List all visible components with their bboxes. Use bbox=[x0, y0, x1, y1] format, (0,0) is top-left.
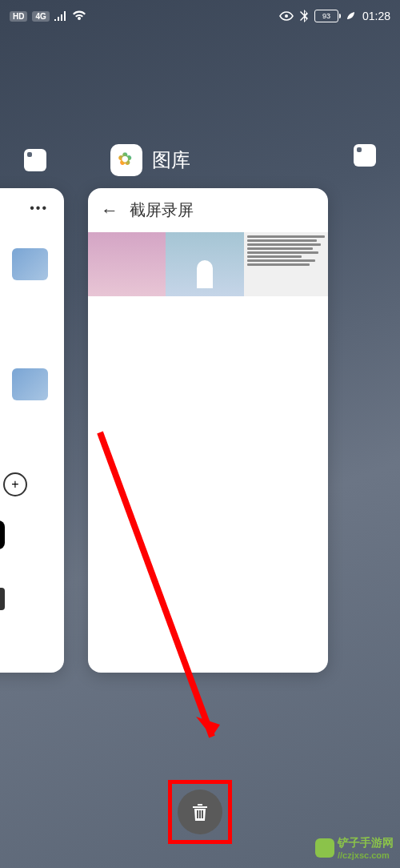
status-bar: HD 4G 93 01:28 bbox=[0, 0, 400, 32]
gallery-tab[interactable]: 图库 bbox=[110, 144, 190, 176]
gallery-header: ← 截屏录屏 bbox=[88, 188, 328, 232]
network-badge: 4G bbox=[32, 11, 49, 22]
watermark-name: 铲子手游网 bbox=[338, 836, 394, 849]
text-line bbox=[247, 247, 314, 250]
watermark: 铲子手游网 //czjxsc.com bbox=[315, 836, 394, 860]
text-line bbox=[247, 243, 321, 246]
eye-icon bbox=[279, 11, 294, 21]
tab-indicator-right[interactable] bbox=[354, 144, 376, 167]
clock-text: 01:28 bbox=[362, 10, 390, 22]
annotation-highlight-box bbox=[168, 780, 232, 844]
leaf-icon bbox=[345, 10, 356, 22]
back-arrow-icon[interactable]: ← bbox=[101, 200, 118, 221]
text-line bbox=[247, 259, 316, 262]
more-icon[interactable]: ••• bbox=[30, 201, 48, 215]
flower-icon bbox=[117, 151, 136, 170]
screenshot-thumbnail[interactable] bbox=[244, 232, 328, 296]
action-row: ☺ + bbox=[0, 472, 27, 496]
screenshot-thumbnail[interactable] bbox=[88, 232, 166, 296]
location-item[interactable]: 位置 bbox=[0, 520, 5, 568]
svg-point-0 bbox=[285, 14, 288, 18]
screenshot-thumbnail[interactable] bbox=[166, 232, 243, 296]
text-line bbox=[247, 239, 318, 242]
wifi-icon bbox=[72, 10, 86, 22]
status-right: 93 01:28 bbox=[279, 10, 390, 22]
thumbnail-preview bbox=[12, 248, 48, 280]
watermark-logo-icon bbox=[315, 838, 334, 858]
plus-icon[interactable]: + bbox=[3, 472, 27, 496]
text-line bbox=[247, 235, 325, 238]
svg-marker-2 bbox=[196, 717, 220, 737]
app-card-left[interactable]: ••• ☺ + 位置 文件 bbox=[0, 188, 64, 673]
folder-icon bbox=[0, 588, 5, 610]
app-title: 图库 bbox=[152, 147, 190, 173]
gallery-app-icon bbox=[110, 144, 142, 176]
thumbnail-preview bbox=[12, 368, 48, 400]
tab-indicator-left[interactable] bbox=[24, 149, 46, 171]
bluetooth-icon bbox=[300, 10, 308, 22]
attachment-icons: 位置 文件 bbox=[0, 520, 5, 649]
app-card-gallery[interactable]: ← 截屏录屏 bbox=[88, 188, 328, 673]
clear-all-button[interactable] bbox=[178, 790, 222, 834]
svg-rect-4 bbox=[199, 810, 201, 818]
hd-badge: HD bbox=[10, 11, 27, 22]
location-pin-icon bbox=[0, 520, 5, 549]
text-line bbox=[247, 251, 319, 254]
signal-icon bbox=[54, 11, 67, 21]
watermark-url: //czjxsc.com bbox=[338, 850, 394, 860]
app-tabs-row: 图库 bbox=[0, 144, 400, 176]
file-item[interactable]: 文件 bbox=[0, 588, 5, 629]
text-line bbox=[247, 255, 302, 258]
status-left: HD 4G bbox=[10, 10, 86, 22]
recent-apps-cards: ••• ☺ + 位置 文件 ← 截屏录屏 bbox=[0, 188, 328, 673]
person-figure bbox=[197, 260, 213, 288]
svg-rect-5 bbox=[202, 810, 203, 818]
svg-rect-3 bbox=[197, 810, 198, 818]
trash-icon bbox=[190, 802, 210, 822]
thumbnail-row bbox=[88, 232, 328, 296]
text-line bbox=[247, 263, 310, 266]
battery-icon: 93 bbox=[314, 10, 338, 22]
gallery-subtitle: 截屏录屏 bbox=[130, 199, 194, 221]
